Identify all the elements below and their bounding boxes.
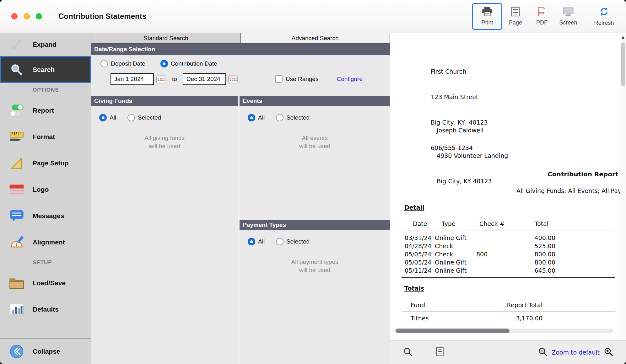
giving-funds-body: All Selected All giving funds will be us… bbox=[91, 106, 238, 364]
magnifier-icon[interactable] bbox=[403, 347, 413, 358]
to-date-input[interactable] bbox=[183, 73, 226, 85]
screen-button[interactable]: Screen bbox=[555, 3, 581, 30]
tab-standard-search[interactable]: Standard Search bbox=[91, 33, 241, 44]
from-date-calendar-button[interactable] bbox=[156, 74, 166, 84]
totals-row: Tithes 3,170.00 bbox=[411, 315, 542, 322]
detail-table-body: 03/31/24 Online Gift 400.00 04/28/24 Che… bbox=[405, 234, 557, 275]
svg-text:PDF: PDF bbox=[539, 12, 545, 15]
printer-icon bbox=[481, 7, 493, 18]
payment-types-selected-radio[interactable] bbox=[276, 238, 283, 245]
giving-funds-all-option[interactable]: All bbox=[99, 114, 116, 121]
zoom-window-button[interactable] bbox=[36, 13, 42, 19]
configure-link[interactable]: Configure bbox=[337, 76, 362, 83]
ruler-icon bbox=[8, 131, 26, 143]
print-button[interactable]: Print bbox=[472, 3, 502, 30]
recipient-address: Joseph Caldwell 4930 Volunteer Landing B… bbox=[437, 109, 508, 202]
giving-funds-selected-label: Selected bbox=[138, 114, 161, 121]
load-save-label: Load/Save bbox=[33, 279, 66, 287]
report-preview: First Church 123 Main Street Big City, K… bbox=[390, 33, 626, 364]
report-title: Contribution Report bbox=[548, 170, 618, 178]
contribution-date-option[interactable]: Contribution Date bbox=[160, 60, 217, 67]
refresh-button[interactable]: Refresh bbox=[591, 3, 617, 30]
payment-types-selected-label: Selected bbox=[286, 238, 310, 245]
events-body: All Selected All events will be used bbox=[240, 106, 390, 220]
giving-funds-all-radio[interactable] bbox=[99, 114, 107, 121]
screen-icon bbox=[562, 7, 574, 18]
tab-advanced-search[interactable]: Advanced Search bbox=[241, 33, 390, 44]
use-ranges-checkbox[interactable] bbox=[275, 75, 283, 83]
payment-types-all-option[interactable]: All bbox=[248, 238, 265, 245]
table-row: 05/05/24 Online Gift 800.00 bbox=[405, 258, 557, 266]
payment-types-all-label: All bbox=[258, 238, 265, 245]
preview-zoom-toolbar: Zoom to default bbox=[390, 340, 626, 364]
search-label: Search bbox=[33, 66, 55, 73]
giving-funds-selected-option[interactable]: Selected bbox=[127, 114, 161, 121]
zoom-to-default-link[interactable]: Zoom to default bbox=[552, 349, 600, 356]
sidebar-item-messages[interactable]: Messages bbox=[0, 203, 91, 229]
titlebar: Contribution Statements Print bbox=[0, 0, 626, 33]
zoom-out-icon[interactable] bbox=[538, 347, 548, 358]
events-selected-radio[interactable] bbox=[276, 114, 283, 121]
horizontal-scrollbar[interactable] bbox=[393, 329, 613, 333]
sidebar-item-defaults[interactable]: Defaults bbox=[0, 296, 91, 323]
sidebar-item-logo[interactable]: Logo bbox=[0, 176, 91, 203]
pdf-button[interactable]: PDF PDF bbox=[529, 3, 555, 30]
events-all-radio[interactable] bbox=[248, 114, 255, 121]
folder-icon bbox=[8, 277, 26, 289]
close-window-button[interactable] bbox=[11, 13, 18, 19]
alignment-label: Alignment bbox=[33, 238, 65, 246]
minimize-window-button[interactable] bbox=[24, 13, 30, 19]
giving-funds-selected-radio[interactable] bbox=[127, 114, 135, 121]
expand-icon bbox=[8, 38, 26, 51]
vertical-scrollbar-thumb[interactable] bbox=[621, 42, 625, 86]
messages-label: Messages bbox=[33, 212, 64, 220]
defaults-label: Defaults bbox=[33, 306, 59, 313]
page-setup-label: Page Setup bbox=[33, 159, 68, 167]
document-view-icon[interactable] bbox=[435, 347, 444, 358]
print-label: Print bbox=[481, 19, 493, 26]
page-title: Contribution Statements bbox=[58, 12, 146, 21]
expand-label: Expand bbox=[33, 41, 57, 48]
sidebar: Expand Search OPTIONS bbox=[0, 33, 91, 364]
contribution-date-radio[interactable] bbox=[160, 60, 168, 67]
sidebar-item-format[interactable]: Format bbox=[0, 124, 91, 150]
report-subtitle: All Giving Funds; All Events; All Payr bbox=[516, 187, 624, 194]
vertical-scrollbar[interactable]: ▲ bbox=[620, 33, 626, 339]
events-selected-option[interactable]: Selected bbox=[276, 114, 310, 121]
payment-types-note: All payment types will be used bbox=[240, 258, 390, 274]
protractor-pencil-icon bbox=[8, 236, 26, 249]
toggles-icon bbox=[8, 104, 26, 117]
sidebar-item-expand[interactable]: Expand bbox=[0, 33, 91, 56]
collapse-label: Collapse bbox=[33, 348, 60, 355]
sidebar-item-load-save[interactable]: Load/Save bbox=[0, 270, 91, 296]
events-all-label: All bbox=[258, 114, 265, 121]
scroll-up-arrow-icon[interactable]: ▲ bbox=[620, 33, 626, 39]
traffic-lights bbox=[11, 13, 42, 19]
sidebar-item-collapse[interactable]: Collapse bbox=[0, 338, 91, 364]
to-date-calendar-button[interactable] bbox=[228, 74, 238, 84]
search-icon bbox=[8, 63, 26, 76]
horizontal-scrollbar-thumb[interactable] bbox=[396, 329, 510, 333]
totals-header-rule bbox=[402, 312, 615, 312]
table-row: 05/05/24 Check 800 800.00 bbox=[405, 250, 557, 258]
date-range-header: Date/Range Selection bbox=[91, 44, 390, 55]
sidebar-item-report[interactable]: Report bbox=[0, 97, 91, 124]
zoom-in-icon[interactable] bbox=[603, 347, 613, 358]
payment-types-all-radio[interactable] bbox=[248, 238, 255, 245]
deposit-date-radio[interactable] bbox=[100, 60, 108, 67]
sidebar-item-page-setup[interactable]: Page Setup bbox=[0, 150, 91, 176]
sidebar-item-search[interactable]: Search bbox=[0, 56, 91, 83]
table-row: 05/11/24 Online Gift 645.00 bbox=[405, 266, 557, 275]
deposit-date-option[interactable]: Deposit Date bbox=[100, 60, 145, 67]
totals-heading: Totals bbox=[404, 285, 424, 292]
events-note: All events will be used bbox=[240, 134, 390, 150]
events-selected-label: Selected bbox=[286, 114, 310, 121]
page-button[interactable]: Page bbox=[502, 3, 529, 30]
page-label: Page bbox=[509, 19, 522, 26]
collapse-chevron-icon bbox=[8, 345, 26, 358]
events-all-option[interactable]: All bbox=[248, 114, 265, 121]
payment-types-selected-option[interactable]: Selected bbox=[276, 238, 310, 245]
totals-separator-row: ----------- bbox=[411, 322, 542, 329]
sidebar-item-alignment[interactable]: Alignment bbox=[0, 229, 91, 255]
from-date-input[interactable] bbox=[111, 73, 154, 85]
